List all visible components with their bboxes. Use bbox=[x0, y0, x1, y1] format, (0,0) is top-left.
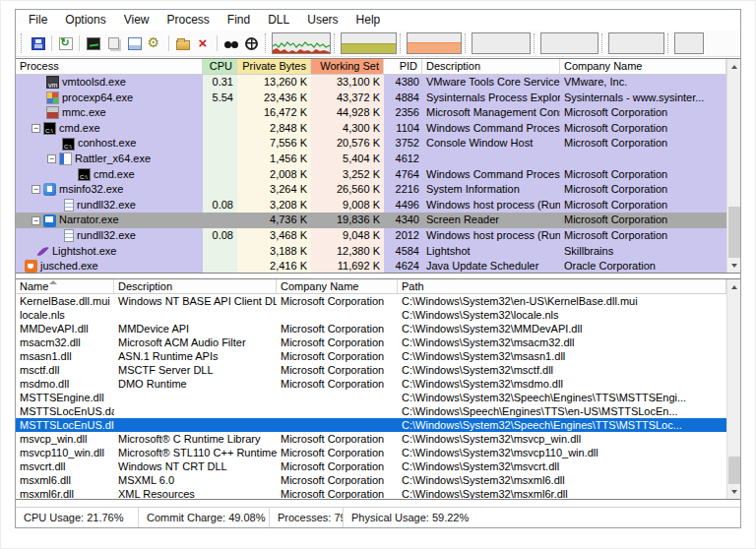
dll-path: C:\Windows\System32\Speech\Engines\TTS\M… bbox=[398, 418, 726, 432]
process-row[interactable]: mmc.exe 16,472 K 44,928 K 2356 Microsoft… bbox=[16, 105, 726, 121]
menu-item[interactable]: Process bbox=[158, 10, 219, 30]
menu-item[interactable]: Find bbox=[219, 10, 259, 30]
column-header[interactable]: PID bbox=[384, 59, 422, 74]
toolbar-grip[interactable] bbox=[465, 33, 470, 53]
column-header[interactable]: Private Bytes bbox=[237, 59, 311, 74]
column-header[interactable]: CPU bbox=[203, 59, 237, 74]
process-row[interactable]: msinfo32.exe 3,264 K 26,560 K 2216 Syste… bbox=[16, 182, 726, 198]
toolbar-button[interactable] bbox=[165, 32, 172, 54]
process-row[interactable]: rundll32.exe 0.08 3,208 K 9,008 K 4496 W… bbox=[16, 198, 726, 214]
process-row[interactable]: cmd.exe 2,848 K 4,300 K 1104 Windows Com… bbox=[16, 121, 726, 137]
dll-scrollbar[interactable] bbox=[726, 279, 740, 499]
column-header[interactable]: Description bbox=[114, 279, 277, 293]
menu-item[interactable]: View bbox=[115, 10, 158, 30]
menu-item[interactable]: File bbox=[20, 10, 56, 30]
dll-row[interactable]: msvcp110_win.dll Microsoft® STL110 C++ R… bbox=[16, 446, 726, 459]
process-scrollbar[interactable] bbox=[726, 59, 740, 273]
process-row[interactable]: Rattler_x64.exe 1,456 K 5,404 K 4612 bbox=[16, 152, 726, 167]
dll-row[interactable]: msacm32.dll Microsoft ACM Audio Filter M… bbox=[16, 336, 726, 349]
dll-row[interactable]: msxml6r.dll XML Resources Microsoft Corp… bbox=[16, 487, 726, 500]
toolbar-button[interactable] bbox=[76, 32, 83, 54]
menu-item[interactable]: Help bbox=[347, 10, 390, 30]
working-set-value: 4,300 K bbox=[311, 121, 384, 137]
column-header[interactable]: Path bbox=[398, 279, 726, 293]
pid-value: 4340 bbox=[384, 213, 422, 228]
process-row[interactable]: procexp64.exe 5.54 23,436 K 43,372 K 488… bbox=[16, 91, 726, 106]
toolbar-grip[interactable] bbox=[601, 33, 606, 53]
toolbar-grip[interactable] bbox=[534, 33, 538, 53]
tree-collapse-icon[interactable] bbox=[47, 154, 56, 163]
tree-collapse-icon[interactable] bbox=[32, 216, 40, 225]
tree-collapse-icon[interactable] bbox=[32, 185, 40, 194]
dll-row[interactable]: MMDevAPI.dll MMDevice API Microsoft Corp… bbox=[16, 322, 726, 336]
process-name: conhost.exe bbox=[78, 136, 136, 152]
toolbar-button[interactable] bbox=[55, 32, 76, 54]
dll-company: Microsoft Corporation bbox=[277, 446, 398, 459]
toolbar-grip[interactable] bbox=[334, 33, 339, 53]
dll-row[interactable]: MSTTSLocEnUS.dll C:\Windows\System32\Spe… bbox=[16, 418, 726, 432]
dll-row[interactable]: KernelBase.dll.mui Windows NT BASE API C… bbox=[16, 294, 726, 308]
process-row[interactable]: jusched.exe 2,416 K 11,692 K 4624 Java U… bbox=[16, 259, 726, 274]
tree-collapse-icon[interactable] bbox=[32, 124, 40, 133]
toolbar-grip[interactable] bbox=[21, 33, 26, 53]
dll-row[interactable]: MSTTSEngine.dll C:\Windows\System32\Spee… bbox=[16, 391, 726, 404]
column-header[interactable]: Process bbox=[16, 59, 203, 74]
network-graph-button[interactable] bbox=[540, 32, 598, 54]
toolbar-button[interactable] bbox=[241, 32, 262, 54]
dll-row[interactable]: msvcp_win.dll Microsoft® C Runtime Libra… bbox=[16, 432, 726, 446]
gpu-graph-button[interactable] bbox=[674, 32, 704, 54]
physical-memory-graph-button[interactable] bbox=[407, 32, 462, 54]
io-graph-button[interactable] bbox=[472, 32, 531, 54]
column-header[interactable]: Name bbox=[16, 279, 114, 293]
column-header[interactable]: Company Name bbox=[277, 279, 398, 293]
column-header[interactable]: Working Set bbox=[311, 59, 384, 74]
menu-item[interactable]: Users bbox=[298, 10, 346, 30]
disk-graph-button[interactable] bbox=[608, 32, 664, 54]
toolbar-button[interactable] bbox=[83, 32, 103, 54]
process-row[interactable]: rundll32.exe 0.08 3,468 K 9,048 K 2012 W… bbox=[16, 228, 726, 244]
toolbar-button[interactable] bbox=[145, 32, 165, 54]
toolbar-button[interactable] bbox=[28, 32, 48, 54]
toolbar-button[interactable] bbox=[220, 32, 241, 54]
toolbar-button[interactable] bbox=[103, 32, 124, 54]
dll-name: msctf.dll bbox=[16, 363, 114, 377]
process-row[interactable]: Lightshot.exe 3,188 K 12,380 K 4584 Ligh… bbox=[16, 244, 726, 260]
private-bytes-value: 4,736 K bbox=[237, 213, 311, 228]
toolbar-button[interactable] bbox=[48, 32, 55, 54]
cpu-graph-button[interactable] bbox=[272, 32, 331, 54]
toolbar-button[interactable] bbox=[214, 32, 220, 54]
scrollbar-thumb[interactable] bbox=[728, 207, 740, 258]
dll-row[interactable]: msxml6.dll MSXML 6.0 Microsoft Corporati… bbox=[16, 473, 726, 487]
dll-description: Windows NT BASE API Client DLL bbox=[114, 294, 277, 308]
scrollbar-up-button[interactable] bbox=[727, 59, 740, 74]
column-header[interactable]: Description bbox=[422, 59, 560, 74]
toolbar-grip[interactable] bbox=[667, 33, 672, 53]
menu-item[interactable]: Options bbox=[56, 10, 114, 30]
dll-row[interactable]: MSTTSLocEnUS.dat C:\Windows\Speech\Engin… bbox=[16, 404, 726, 418]
scrollbar-up-button[interactable] bbox=[727, 279, 740, 294]
process-row[interactable]: cmd.exe 2,008 K 3,252 K 4764 Windows Com… bbox=[16, 167, 726, 183]
dll-row[interactable]: msctf.dll MSCTF Server DLL Microsoft Cor… bbox=[16, 363, 726, 377]
column-header[interactable]: Company Name bbox=[560, 59, 726, 74]
process-row[interactable]: conhost.exe 7,556 K 20,576 K 3752 Consol… bbox=[16, 136, 726, 152]
toolbar-grip[interactable] bbox=[265, 33, 270, 53]
dll-row[interactable]: msvcrt.dll Windows NT CRT DLL Microsoft … bbox=[16, 459, 726, 473]
dll-row[interactable]: msdmo.dll DMO Runtime Microsoft Corporat… bbox=[16, 377, 726, 391]
dll-row[interactable]: locale.nls C:\Windows\System32\locale.nl… bbox=[16, 308, 726, 322]
process-row[interactable]: vmtoolsd.exe 0.31 13,260 K 33,100 K 4380… bbox=[16, 75, 726, 91]
menu-item[interactable]: DLL bbox=[259, 10, 298, 30]
toolbar-button[interactable] bbox=[172, 32, 193, 54]
scrollbar-down-button[interactable] bbox=[727, 258, 740, 273]
dll-pane: NameDescriptionCompany NamePath KernelBa… bbox=[16, 278, 740, 500]
dll-row[interactable]: msasn1.dll ASN.1 Runtime APIs Microsoft … bbox=[16, 349, 726, 363]
toolbar-grip[interactable] bbox=[400, 33, 405, 53]
rundll-icon bbox=[64, 199, 74, 212]
description-value: Microsoft Management Cons... bbox=[422, 105, 560, 121]
vm-icon bbox=[46, 76, 59, 89]
status-segment: CPU Usage: 21.76% bbox=[16, 508, 139, 527]
toolbar-button[interactable] bbox=[193, 32, 214, 54]
commit-graph-button[interactable] bbox=[341, 32, 397, 54]
toolbar-button[interactable] bbox=[124, 32, 145, 54]
scrollbar-down-button[interactable] bbox=[727, 484, 740, 499]
process-row[interactable]: Narrator.exe 4,736 K 19,836 K 4340 Scree… bbox=[16, 213, 726, 228]
